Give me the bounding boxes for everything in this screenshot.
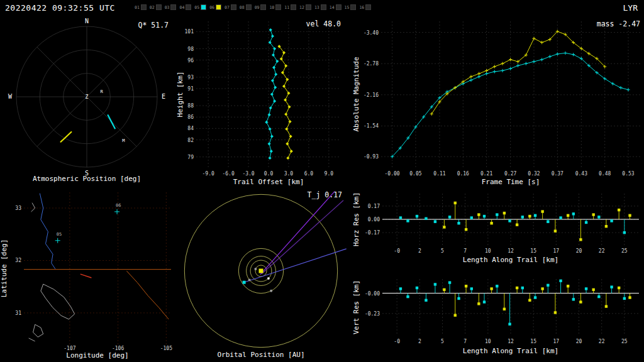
svg-text:33: 33: [15, 206, 21, 211]
svg-text:0.17: 0.17: [368, 204, 380, 209]
station-toggle-07[interactable]: 07: [225, 4, 236, 10]
svg-text:-106: -106: [112, 346, 124, 351]
svg-text:0.00: 0.00: [368, 217, 380, 222]
svg-text:79: 79: [187, 155, 194, 160]
station-id-label: 04: [179, 5, 184, 10]
station-id-label: 16: [359, 5, 364, 10]
svg-text:15: 15: [530, 248, 536, 254]
station-color-swatch: [201, 4, 206, 10]
svg-text:10: 10: [485, 339, 491, 344]
svg-text:91: 91: [187, 86, 194, 92]
station-id-label: 05: [194, 5, 199, 10]
station-toggle-06[interactable]: 06: [209, 4, 221, 10]
orbit-panel: T_j 0.17Orbital Position [AU]: [176, 187, 352, 362]
station-id-label: 12: [299, 5, 304, 10]
svg-text:mass -2.47: mass -2.47: [597, 19, 640, 28]
shower-code: LYR: [623, 3, 638, 13]
header-bar: 20220422 09:32:55 UTC 010203040506070809…: [0, 0, 644, 16]
station-toggle-12[interactable]: 12: [299, 4, 311, 10]
svg-text:R: R: [100, 89, 103, 94]
station-toggle-05[interactable]: 05: [194, 4, 206, 10]
svg-text:Frame Time [s]: Frame Time [s]: [482, 178, 540, 186]
svg-text:Longitude [deg]: Longitude [deg]: [66, 351, 128, 359]
svg-text:Height [km]: Height [km]: [176, 72, 184, 118]
station-toggle-11[interactable]: 11: [284, 4, 296, 10]
svg-text:2: 2: [418, 339, 421, 344]
station-list: 01020304050607080910111213141516: [135, 4, 371, 10]
svg-text:-105: -105: [160, 346, 172, 351]
station-id-label: 03: [165, 5, 170, 10]
station-color-swatch: [156, 4, 162, 10]
svg-text:22: 22: [599, 248, 605, 254]
svg-text:7: 7: [464, 339, 467, 344]
station-color-swatch: [365, 4, 371, 10]
svg-text:9.0: 9.0: [325, 171, 334, 177]
svg-text:vel 48.0: vel 48.0: [306, 19, 341, 28]
station-toggle-16[interactable]: 16: [359, 4, 371, 10]
station-color-swatch: [260, 4, 266, 10]
svg-text:Orbital Position [AU]: Orbital Position [AU]: [217, 351, 304, 359]
station-color-swatch: [336, 4, 341, 10]
svg-text:-0.23: -0.23: [365, 311, 380, 317]
residuals-panel: -0257101215172022250.170.00-0.17Length A…: [352, 187, 644, 362]
trail-offset-plot: -9.0-6.0-3.00.03.06.09.07982848688919396…: [176, 16, 352, 187]
svg-text:0.11: 0.11: [433, 171, 445, 177]
svg-text:20: 20: [576, 339, 582, 344]
svg-text:E: E: [162, 93, 165, 100]
station-toggle-13[interactable]: 13: [314, 4, 326, 10]
svg-text:0.05: 0.05: [409, 171, 421, 177]
ground-map-panel: -107-106-105313233Longitude [deg]Latitud…: [0, 187, 175, 362]
svg-text:96: 96: [187, 58, 194, 63]
station-id-label: 06: [209, 5, 214, 10]
svg-text:25: 25: [621, 248, 628, 254]
station-toggle-10[interactable]: 10: [269, 4, 281, 10]
svg-text:20: 20: [576, 248, 582, 254]
svg-text:-9.0: -9.0: [203, 171, 214, 177]
station-color-swatch: [321, 4, 326, 10]
svg-text:84: 84: [187, 126, 194, 131]
svg-text:12: 12: [508, 248, 514, 254]
station-toggle-09[interactable]: 09: [255, 4, 267, 10]
station-toggle-02[interactable]: 02: [150, 4, 162, 10]
svg-text:Q* 51.7: Q* 51.7: [138, 21, 169, 30]
vertical-residuals-plot: -025710121517202225-0.00-0.23Length Alon…: [352, 274, 644, 362]
station-id-label: 14: [330, 5, 335, 10]
svg-text:0.32: 0.32: [528, 171, 540, 177]
svg-text:93: 93: [187, 75, 194, 80]
station-toggle-08[interactable]: 08: [240, 4, 252, 10]
svg-text:12: 12: [508, 339, 514, 344]
svg-text:Length Along Trail [km]: Length Along Trail [km]: [463, 347, 558, 355]
station-id-label: 07: [225, 5, 230, 10]
station-color-swatch: [216, 4, 221, 10]
station-toggle-03[interactable]: 03: [165, 4, 177, 10]
station-color-swatch: [350, 4, 356, 10]
sky-position-panel: NSEWZRMQ* 51.7Atmospheric Position [deg]: [0, 16, 175, 187]
svg-text:-6.0: -6.0: [222, 171, 234, 177]
svg-text:-0.17: -0.17: [365, 230, 380, 236]
svg-text:22: 22: [599, 339, 605, 344]
station-toggle-14[interactable]: 14: [330, 4, 341, 10]
lightcurve-panel: -0.000.050.110.160.210.270.320.370.430.4…: [352, 16, 644, 187]
svg-text:-0: -0: [394, 248, 400, 254]
orbit-plot: T_j 0.17Orbital Position [AU]: [176, 187, 352, 362]
svg-text:Absolute Magnitude: Absolute Magnitude: [352, 57, 360, 131]
svg-text:-3.40: -3.40: [364, 30, 379, 36]
station-toggle-01[interactable]: 01: [135, 4, 147, 10]
svg-text:T_j 0.17: T_j 0.17: [308, 190, 342, 199]
svg-text:17: 17: [553, 248, 560, 254]
svg-text:10: 10: [485, 248, 491, 254]
svg-text:15: 15: [530, 339, 536, 344]
svg-text:0.48: 0.48: [599, 171, 611, 177]
svg-text:82: 82: [187, 138, 194, 143]
svg-text:05: 05: [57, 232, 62, 237]
station-toggle-04[interactable]: 04: [179, 4, 191, 10]
svg-text:Trail Offset [km]: Trail Offset [km]: [233, 178, 304, 186]
trail-offset-panel: -9.0-6.0-3.00.03.06.09.07982848688919396…: [176, 16, 352, 187]
svg-text:0.53: 0.53: [622, 171, 634, 177]
station-toggle-15[interactable]: 15: [345, 4, 357, 10]
svg-text:Vert Res [km]: Vert Res [km]: [352, 280, 360, 334]
svg-text:-2.16: -2.16: [364, 92, 379, 98]
station-color-swatch: [291, 4, 296, 10]
svg-text:17: 17: [553, 339, 560, 344]
svg-text:06: 06: [116, 203, 121, 208]
